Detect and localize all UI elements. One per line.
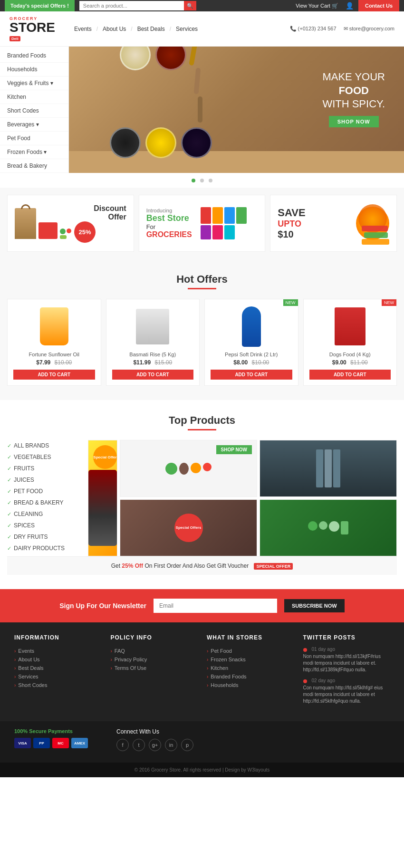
hero-dot-2[interactable] xyxy=(200,179,204,182)
logo-deli-badge: Deli xyxy=(10,36,20,41)
search-button[interactable]: 🔍 xyxy=(184,1,196,10)
twitter-icon[interactable]: t xyxy=(133,739,145,751)
sidebar-item-households[interactable]: Households xyxy=(0,63,68,76)
phone-number: 📞 (+0123) 234 567 xyxy=(290,26,337,32)
footer-bottom-layout: 100% Secure Payments VISA PP MC AMEX Con… xyxy=(14,728,390,755)
connect-with-us-label: Connect With Us xyxy=(116,728,193,735)
price-new-pepsi: $8.00 xyxy=(233,359,248,366)
nav-about[interactable]: About Us xyxy=(98,26,131,32)
secure-payments-label: 100% Secure Payments xyxy=(14,728,88,734)
price-new-dogfood: $9.00 xyxy=(332,359,346,366)
category-pet-food[interactable]: ✓ PET FOOD xyxy=(7,486,83,497)
shop-now-overlay-btn[interactable]: SHOP NOW xyxy=(216,445,252,454)
check-icon: ✓ xyxy=(7,545,11,552)
footer-link-services[interactable]: › Services xyxy=(14,672,101,681)
category-fruits[interactable]: ✓ FRUITS xyxy=(7,463,83,474)
add-to-cart-dogfood[interactable]: ADD TO CART xyxy=(309,370,391,380)
hero-shop-now-button[interactable]: SHOP NOW xyxy=(329,116,379,127)
sidebar-item-kitchen[interactable]: Kitchen xyxy=(0,90,68,104)
footer-link-pet-food[interactable]: › Pet Food xyxy=(207,647,294,655)
category-all-brands[interactable]: ✓ ALL BRANDS xyxy=(7,440,83,451)
footer-link-branded-foods[interactable]: › Branded Foods xyxy=(207,672,294,681)
special-offer-circle: Special Offer xyxy=(93,445,117,469)
twitter-post-1: 01 day ago Non numquam http://fd.sl/13kj… xyxy=(303,647,390,673)
nav-events[interactable]: Events xyxy=(69,26,96,32)
category-dry-fruits[interactable]: ✓ DRY FRUITS xyxy=(7,531,83,543)
hero-dot-3[interactable] xyxy=(209,179,212,182)
sidebar-item-beverages[interactable]: Beverages ▾ xyxy=(0,118,68,132)
pinterest-icon[interactable]: p xyxy=(181,739,193,751)
person-silhouette xyxy=(88,470,117,546)
add-to-cart-pepsi[interactable]: ADD TO CART xyxy=(211,370,292,380)
category-bread-bakery[interactable]: ✓ BREAD & BAKERY xyxy=(7,497,83,508)
footer-link-kitchen[interactable]: › Kitchen xyxy=(207,664,294,672)
add-to-cart-oil[interactable]: ADD TO CART xyxy=(13,370,95,380)
category-cleaning[interactable]: ✓ CLEANING xyxy=(7,508,83,520)
category-vegetables[interactable]: ✓ VEGETABLES xyxy=(7,451,83,463)
voucher-percent: 25% Off xyxy=(122,563,143,569)
sidebar-item-veggies[interactable]: Veggies & Fruits ▾ xyxy=(0,76,68,90)
category-label: BREAD & BAKERY xyxy=(14,499,63,506)
nav-services[interactable]: Services xyxy=(171,26,202,32)
spoons xyxy=(191,47,202,123)
ingredients-visual xyxy=(161,458,216,479)
category-spices[interactable]: ✓ SPICES xyxy=(7,520,83,531)
check-icon: ✓ xyxy=(7,523,11,529)
amount-label: $10 xyxy=(278,229,305,240)
orange-illustration xyxy=(351,204,389,242)
footer-copyright: © 2016 Grocery Store. All rights reserve… xyxy=(0,763,404,777)
top-bar: Today's special Offers ! 🔍 View Your Car… xyxy=(0,0,404,11)
twitter-text-1: Non numquam http://fd.sl/13kjfF#rius mod… xyxy=(303,653,390,673)
contact-us-button[interactable]: Contact Us xyxy=(358,0,399,11)
user-icon[interactable]: 👤 xyxy=(346,2,354,10)
footer-social-area: Connect With Us f t g+ in p xyxy=(116,728,193,755)
linkedin-icon[interactable]: in xyxy=(165,739,177,751)
sidebar-item-short-codes[interactable]: Short Codes xyxy=(0,104,68,118)
top-products-grid-area: Special Offer SHOP NOW xyxy=(88,440,397,556)
check-icon: ✓ xyxy=(7,477,11,483)
hero-dot-1[interactable] xyxy=(192,179,195,182)
newsletter-label: Sign Up For Our Newsletter xyxy=(59,602,146,610)
promo-card-discount: Discount Offer 25% xyxy=(7,195,134,252)
sidebar-item-bread-bakery[interactable]: Bread & Bakery xyxy=(0,159,68,173)
footer-link-frozen-snacks[interactable]: › Frozen Snacks xyxy=(207,655,294,664)
add-to-cart-rice[interactable]: ADD TO CART xyxy=(112,370,194,380)
footer-link-privacy[interactable]: › Privacy Policy xyxy=(111,655,198,664)
special-offer-badge-large: Special Offer xyxy=(93,445,117,469)
footer-link-faq[interactable]: › FAQ xyxy=(111,647,198,655)
hero-banner: MAKE YOUR FOOD WITH SPICY. SHOP NOW xyxy=(69,47,404,173)
newsletter-subscribe-button[interactable]: SUBSCRIBE NOW xyxy=(284,599,345,612)
footer-link-events[interactable]: › Events xyxy=(14,647,101,655)
voucher-badge: SPECIAL OFFER xyxy=(254,563,293,570)
footer-link-short-codes[interactable]: › Short Codes xyxy=(14,681,101,689)
newsletter-email-input[interactable] xyxy=(154,599,277,613)
footer-twitter-title: TWITTER POSTS xyxy=(303,634,390,641)
footer-link-terms[interactable]: › Terms Of Use xyxy=(111,664,198,672)
paypal-icon: PP xyxy=(33,738,50,748)
view-cart-button[interactable]: View Your Cart 🛒 xyxy=(296,3,338,9)
promo-best-store-text: Introducing Best Store For GROCERIES xyxy=(146,208,192,239)
logo-store: STORE xyxy=(10,21,55,34)
category-juices[interactable]: ✓ JUICES xyxy=(7,474,83,486)
facebook-icon[interactable]: f xyxy=(116,739,129,751)
sidebar-item-branded-foods[interactable]: Branded Foods xyxy=(0,49,68,63)
nav-best-deals[interactable]: Best Deals xyxy=(133,26,170,32)
top-product-ingredients-img: SHOP NOW xyxy=(120,440,257,497)
sidebar-item-frozen-foods[interactable]: Frozen Foods ▾ xyxy=(0,145,68,159)
twitter-dot-icon xyxy=(303,679,307,683)
intro-text: Introducing xyxy=(146,208,192,213)
footer-columns: INFORMATION › Events › About Us › Best D… xyxy=(14,634,390,709)
sidebar-item-pet-food[interactable]: Pet Food xyxy=(0,132,68,145)
product-name-pepsi: Pepsi Soft Drink (2 Ltr) xyxy=(211,352,292,357)
footer-link-households[interactable]: › Households xyxy=(207,681,294,689)
discount-label: Discount Offer xyxy=(74,204,126,221)
footer-link-best-deals[interactable]: › Best Deals xyxy=(14,664,101,672)
check-icon: ✓ xyxy=(7,454,11,460)
for-text: For xyxy=(146,223,192,230)
upto-label: UPTO xyxy=(278,219,305,229)
category-dairy-products[interactable]: ✓ DAIRY PRODUCTS xyxy=(7,543,83,554)
google-plus-icon[interactable]: g+ xyxy=(149,739,161,751)
footer-link-about[interactable]: › About Us xyxy=(14,655,101,664)
search-input[interactable] xyxy=(79,1,184,10)
hot-offers-products: Fortune Sunflower Oil $7.99 $10.00 ADD T… xyxy=(7,299,397,386)
